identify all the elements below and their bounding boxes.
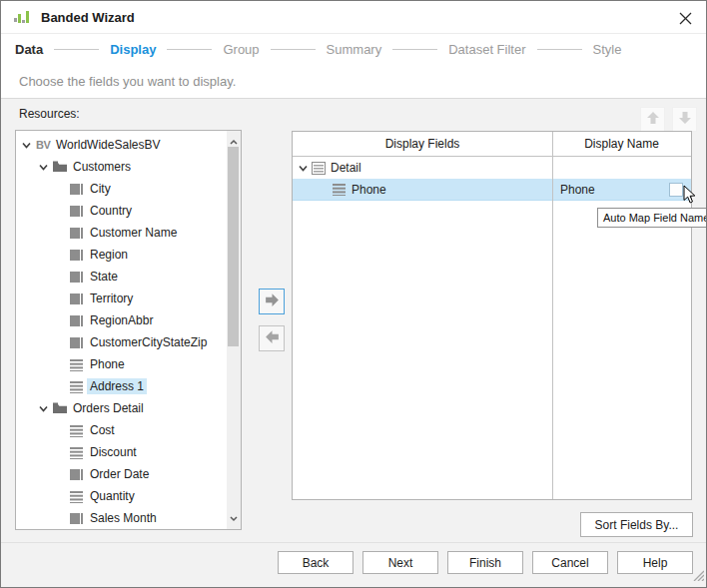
tree-item-phone[interactable]: Phone	[16, 353, 227, 375]
chevron-down-icon[interactable]	[39, 404, 53, 413]
finish-button[interactable]: Finish	[447, 551, 523, 574]
tree-item-label: CustomerCityStateZip	[87, 334, 210, 350]
dimension-field-icon	[70, 468, 87, 481]
resources-tree-panel: BVWorldWideSalesBVCustomersCityCountryCu…	[15, 130, 242, 530]
tree-item-label: Quantity	[87, 488, 138, 504]
table-row-phone[interactable]: PhonePhone	[293, 179, 691, 201]
detail-field-icon	[70, 490, 87, 503]
move-up-button[interactable]	[640, 107, 665, 132]
dimension-field-icon	[70, 249, 87, 262]
footer-buttons: BackNextFinishCancelHelp	[278, 551, 693, 574]
help-button[interactable]: Help	[617, 551, 693, 574]
tree-item-worldwidesalesbv[interactable]: BVWorldWideSalesBV	[16, 134, 227, 156]
chevron-down-icon[interactable]	[22, 141, 36, 150]
close-icon[interactable]	[674, 7, 696, 29]
display-name-cell[interactable]: Phone	[552, 179, 691, 200]
tree-item-customercitystatezip[interactable]: CustomerCityStateZip	[16, 331, 227, 353]
remove-field-button[interactable]	[259, 325, 285, 351]
tree-item-label: Cost	[87, 422, 118, 438]
tree-item-cost[interactable]: Cost	[16, 419, 227, 441]
right-arrow-icon	[264, 292, 281, 312]
chevron-down-icon[interactable]	[39, 163, 53, 172]
wizard-steps: DataDisplayGroupSummaryDataset FilterSty…	[1, 35, 706, 64]
tree-item-label: Region	[87, 247, 131, 263]
resize-grip[interactable]	[692, 567, 704, 585]
scroll-down-icon[interactable]	[229, 509, 239, 527]
auto-map-field-name-checkbox[interactable]	[669, 183, 683, 197]
tree-item-label: Customer Name	[87, 225, 180, 241]
display-fields-table: Display Fields Display Name DetailPhoneP…	[292, 131, 692, 500]
dimension-field-icon	[70, 512, 87, 525]
resources-label: Resources:	[19, 107, 80, 121]
step-dataset-filter[interactable]: Dataset Filter	[448, 42, 525, 57]
sort-fields-by-button[interactable]: Sort Fields By...	[580, 512, 693, 537]
tree-item-address-1[interactable]: Address 1	[16, 375, 227, 397]
tree-item-regionabbr[interactable]: RegionAbbr	[16, 309, 227, 331]
step-connector	[167, 49, 212, 50]
column-divider[interactable]	[552, 132, 553, 499]
step-connector	[392, 49, 437, 50]
subtitle-row: Choose the fields you want to display.	[1, 64, 706, 99]
move-down-icon	[677, 110, 693, 130]
bv-icon: BV	[36, 139, 53, 151]
resources-tree: BVWorldWideSalesBVCustomersCityCountryCu…	[16, 134, 227, 529]
table-row-detail[interactable]: Detail	[293, 157, 691, 179]
display-field-cell: Phone	[293, 179, 552, 200]
move-up-icon	[645, 110, 661, 130]
detail-field-icon	[70, 424, 87, 437]
column-header-display-fields: Display Fields	[293, 132, 552, 156]
tree-item-territory[interactable]: Territory	[16, 288, 227, 309]
add-field-button[interactable]	[259, 289, 285, 314]
display-name-label: Phone	[560, 183, 595, 197]
detail-field-icon	[70, 446, 87, 459]
tree-item-label: State	[87, 269, 121, 285]
display-name-cell[interactable]	[552, 157, 691, 179]
move-down-button[interactable]	[672, 107, 697, 132]
tree-item-city[interactable]: City	[16, 178, 227, 200]
step-style[interactable]: Style	[593, 42, 622, 57]
tree-item-label: WorldWideSalesBV	[53, 137, 163, 153]
tooltip: Auto Map Field Name	[597, 208, 707, 228]
tree-item-quantity[interactable]: Quantity	[16, 485, 227, 507]
dimension-field-icon	[70, 205, 87, 218]
step-summary[interactable]: Summary	[327, 42, 382, 57]
tree-item-customers[interactable]: Customers	[16, 156, 227, 178]
folder-icon	[53, 402, 70, 414]
back-button[interactable]: Back	[278, 551, 354, 574]
dimension-field-icon	[70, 293, 87, 305]
tree-scrollbar[interactable]	[227, 131, 241, 529]
window-title: Banded Wizard	[41, 10, 135, 25]
banded-wizard-dialog: Banded Wizard DataDisplayGroupSummaryDat…	[0, 0, 707, 588]
tree-item-label: Customers	[70, 159, 134, 175]
tree-item-label: Address 1	[87, 378, 147, 394]
next-button[interactable]: Next	[362, 551, 438, 574]
tree-item-label: Phone	[87, 356, 128, 372]
banded-report-icon	[14, 10, 31, 25]
tree-item-label: Order Date	[87, 466, 152, 482]
tree-item-sales-month[interactable]: Sales Month	[16, 507, 227, 529]
tree-item-state[interactable]: State	[16, 266, 227, 288]
tree-item-order-date[interactable]: Order Date	[16, 463, 227, 485]
tree-item-label: Sales Month	[87, 510, 160, 526]
step-group[interactable]: Group	[223, 42, 259, 57]
step-connector	[54, 49, 99, 50]
detail-field-icon	[70, 380, 87, 393]
tree-item-orders-detail[interactable]: Orders Detail	[16, 397, 227, 419]
tree-item-discount[interactable]: Discount	[16, 441, 227, 463]
tree-item-country[interactable]: Country	[16, 200, 227, 222]
display-field-label: Detail	[331, 161, 361, 175]
detail-field-icon	[70, 358, 87, 371]
tree-item-label: RegionAbbr	[87, 312, 156, 328]
tree-item-label: Territory	[87, 291, 136, 306]
tree-item-customer-name[interactable]: Customer Name	[16, 222, 227, 244]
tree-item-region[interactable]: Region	[16, 244, 227, 266]
scrollbar-thumb[interactable]	[228, 147, 239, 346]
tree-item-label: Discount	[87, 444, 140, 460]
display-field-label: Phone	[352, 183, 386, 197]
step-data[interactable]: Data	[15, 42, 43, 57]
table-body: DetailPhonePhone	[293, 157, 691, 201]
cancel-button[interactable]: Cancel	[532, 551, 608, 574]
step-display[interactable]: Display	[110, 42, 156, 57]
dimension-field-icon	[70, 271, 87, 284]
chevron-down-icon[interactable]	[299, 164, 312, 173]
